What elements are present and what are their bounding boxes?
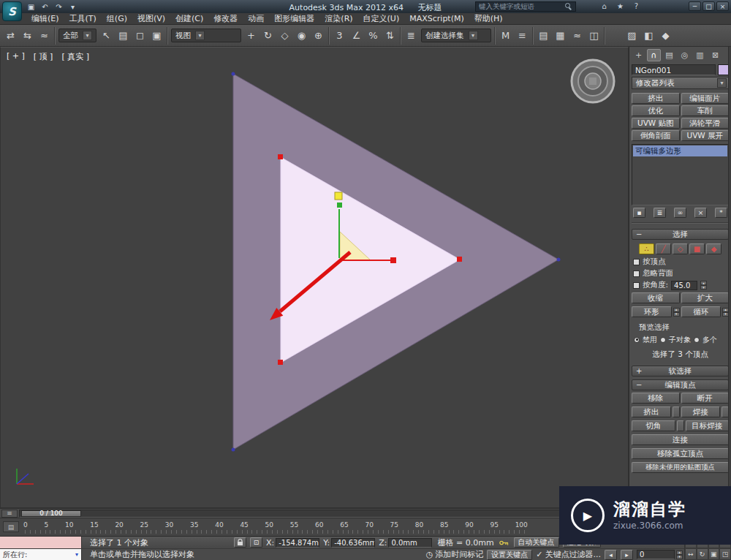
select-and-manipulate-icon[interactable]: ⊕ — [310, 27, 327, 45]
maxscript-mini-listener[interactable]: 所在行: ▾ — [0, 549, 82, 560]
viewport-menu-view[interactable]: [ 顶 ] — [34, 51, 53, 62]
menu-item-maxscript[interactable]: MAXScript(M) — [404, 13, 469, 24]
spinner-down-icon[interactable]: ▾ — [673, 312, 680, 317]
remove-unused-map-vertices-button[interactable]: 移除未使用的贴图顶点 — [632, 462, 729, 473]
track-bar-toggle-icon[interactable]: ≡ — [1, 510, 18, 518]
show-end-result-icon[interactable]: ≣ — [654, 208, 666, 218]
menu-item-group[interactable]: 组(G) — [102, 13, 132, 24]
tab-display-icon[interactable]: ▥ — [693, 49, 707, 61]
pan-icon[interactable]: ↔ — [685, 548, 697, 560]
by-angle-checkbox[interactable] — [633, 282, 640, 289]
tab-hierarchy-icon[interactable]: ▤ — [662, 49, 676, 61]
break-button[interactable]: 断开 — [681, 393, 730, 404]
chevron-down-icon[interactable]: ▾ — [83, 31, 92, 40]
modifier-button-unwrap-uvw[interactable]: UVW 展开 — [681, 130, 730, 141]
window-crossing-icon[interactable]: ▣ — [148, 27, 165, 45]
auto-key-button[interactable]: 自动关键点 — [514, 537, 559, 548]
ring-spinner[interactable]: ▴ ▾ — [673, 308, 680, 317]
orbit-icon[interactable]: ↻ — [697, 548, 708, 560]
extrude-settings-icon[interactable] — [673, 406, 680, 417]
object-name-field[interactable]: NGon001 — [632, 64, 716, 75]
vertex-selected[interactable] — [278, 154, 283, 159]
chamfer-settings-icon[interactable] — [677, 420, 684, 431]
mirror-icon[interactable]: M — [497, 27, 514, 45]
menu-item-modifiers[interactable]: 修改器 — [208, 13, 243, 24]
close-button[interactable]: × — [716, 1, 729, 11]
grow-button[interactable]: 扩大 — [681, 292, 730, 303]
object-color-swatch[interactable] — [718, 64, 729, 75]
spinner-down-icon[interactable]: ▾ — [676, 555, 683, 559]
vertex-selected[interactable] — [457, 257, 462, 262]
rectangular-selection-region-icon[interactable]: ◻ — [132, 27, 148, 45]
chamfer-button[interactable]: 切角 — [632, 420, 675, 431]
menu-item-tools[interactable]: 工具(T) — [64, 13, 102, 24]
chevron-down-icon[interactable]: ▾ — [717, 78, 727, 88]
x-coordinate-field[interactable]: -154.874mm — [276, 538, 319, 548]
rollout-collapse-icon[interactable]: − — [636, 381, 642, 389]
target-weld-button[interactable]: 目标焊接 — [686, 420, 730, 431]
menu-item-edit[interactable]: 编辑(E) — [26, 13, 64, 24]
chevron-down-icon[interactable]: ▾ — [469, 31, 478, 40]
curve-editor-icon[interactable]: ≈ — [569, 27, 586, 45]
maximize-viewport-icon[interactable]: ◳ — [719, 548, 731, 560]
panel-scrollbar[interactable] — [728, 47, 731, 536]
make-unique-icon[interactable]: ∞ — [674, 208, 686, 218]
search-input[interactable]: 键入关键字或短语 — [479, 2, 562, 12]
y-coordinate-field[interactable]: -40.636mm — [331, 538, 375, 548]
subobject-edge-icon[interactable]: ╱ — [656, 243, 671, 254]
minimize-button[interactable]: ─ — [689, 1, 701, 11]
viewport-menu-general[interactable]: [ + ] — [7, 51, 25, 62]
maxscript-mini-listener-pink[interactable] — [0, 537, 82, 548]
gizmo-x-handle[interactable] — [390, 257, 396, 263]
subobject-border-icon[interactable]: ◇ — [673, 243, 688, 254]
render-production-icon[interactable]: ◆ — [657, 27, 674, 45]
remove-button[interactable]: 移除 — [632, 393, 680, 404]
preview-subobject-radio[interactable] — [660, 337, 666, 343]
subobject-vertex-icon[interactable]: ∴ — [639, 243, 654, 254]
select-and-rotate-icon[interactable]: ↻ — [260, 27, 276, 45]
favorites-icon[interactable]: ★ — [615, 1, 626, 11]
by-vertex-checkbox[interactable] — [633, 259, 640, 265]
configure-modifier-sets-icon[interactable]: * — [715, 208, 727, 218]
edit-named-selection-sets-icon[interactable]: ≣ — [403, 27, 420, 45]
chevron-down-icon[interactable]: ▾ — [195, 31, 205, 40]
modifier-button-extrude[interactable]: 挤出 — [632, 93, 680, 104]
modifier-button-turbosmooth[interactable]: 涡轮平滑 — [681, 118, 730, 129]
application-menu-button[interactable]: S — [2, 1, 22, 21]
modifier-stack[interactable]: 可编辑多边形 — [632, 144, 729, 205]
ring-button[interactable]: 环形 — [632, 306, 672, 317]
subobject-polygon-icon[interactable]: ■ — [689, 243, 705, 254]
viewport-top[interactable]: [ + ] [ 顶 ] [ 真实 ] — [0, 47, 629, 508]
previous-frame-icon[interactable]: ◂ — [605, 550, 617, 560]
menu-item-graph-editors[interactable]: 图形编辑器 — [269, 13, 319, 24]
time-slider-track[interactable]: 0 / 100 — [19, 510, 627, 518]
angle-spinner[interactable]: ▴ ▾ — [700, 281, 707, 290]
vertex-unselected[interactable] — [232, 448, 235, 452]
set-key-button[interactable]: 设置关键点 — [487, 550, 532, 560]
chevron-down-icon[interactable]: ▾ — [75, 551, 78, 558]
modifier-button-uvw-map[interactable]: UVW 贴图 — [632, 118, 680, 129]
modifier-button-bevel-profile[interactable]: 倒角剖面 — [632, 130, 680, 141]
loop-button[interactable]: 循环 — [681, 306, 721, 317]
rollout-expand-icon[interactable]: + — [636, 367, 642, 375]
zoom-region-icon[interactable]: ▣ — [708, 548, 720, 560]
graphite-modeling-tools-icon[interactable]: ▦ — [552, 27, 569, 45]
rollout-selection[interactable]: − 选择 — [632, 229, 729, 240]
rollout-edit-vertices[interactable]: − 编辑顶点 — [632, 379, 729, 390]
menu-item-views[interactable]: 视图(V) — [132, 13, 170, 24]
unlink-selection-icon[interactable]: ⇆ — [19, 27, 36, 45]
shrink-button[interactable]: 收缩 — [632, 292, 680, 303]
vertex-selected[interactable] — [278, 360, 283, 365]
tab-utilities-icon[interactable]: ⊠ — [708, 49, 722, 61]
preview-disable-radio[interactable] — [634, 337, 640, 343]
communication-center-icon[interactable]: ⌂ — [599, 1, 610, 11]
connect-button[interactable]: 连接 — [632, 434, 729, 445]
rollout-collapse-icon[interactable]: − — [636, 230, 642, 238]
key-filters-button[interactable]: ✓ 关键点过滤器... — [536, 549, 601, 560]
remove-modifier-icon[interactable]: × — [694, 208, 707, 218]
viewcube[interactable] — [572, 60, 614, 102]
select-and-scale-icon[interactable]: ◇ — [276, 27, 293, 45]
spinner-down-icon[interactable]: ▾ — [700, 285, 707, 290]
help-icon[interactable]: ? — [631, 1, 642, 11]
gizmo-corner-handle[interactable] — [335, 192, 342, 200]
